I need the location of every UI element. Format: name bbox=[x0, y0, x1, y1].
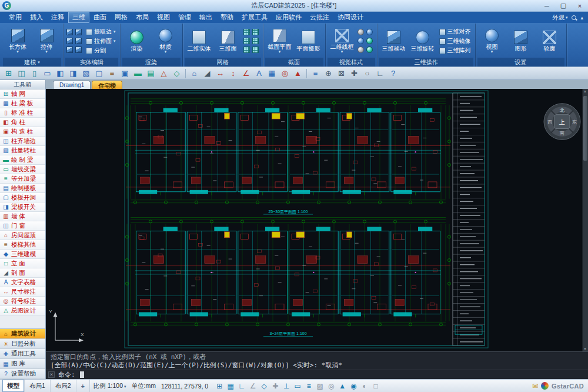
toolbox-item[interactable]: ▬绘 制 梁 bbox=[0, 155, 45, 165]
symbol-icon[interactable]: ◎ bbox=[279, 68, 291, 79]
ducs-icon[interactable]: ⊥ bbox=[281, 381, 292, 391]
zoom-window-icon[interactable]: ⊕ bbox=[322, 68, 335, 79]
opening-icon[interactable]: ▢ bbox=[93, 68, 105, 79]
toolbox-item[interactable]: ⌂房间屋顶 bbox=[0, 231, 45, 240]
menu-tab-5[interactable]: 曲面 bbox=[89, 12, 111, 23]
toolbox-item[interactable]: ≡等分加梁 bbox=[0, 174, 45, 184]
toolbox-item[interactable]: ▤绘制楼板 bbox=[0, 184, 45, 193]
mesh-icon[interactable] bbox=[243, 46, 250, 53]
ribbon-tool-large[interactable]: 二维实体 bbox=[186, 30, 213, 52]
toolbox-category[interactable]: ▦图 库 bbox=[0, 359, 45, 369]
notification-icon[interactable]: ✉ bbox=[532, 382, 538, 390]
slab-icon[interactable]: ▤ bbox=[145, 68, 157, 79]
ribbon-tool-small[interactable]: 三维镜像 bbox=[438, 37, 472, 46]
appearance-menu[interactable]: 外观 ▾ bbox=[552, 14, 568, 22]
ribbon-group-label[interactable]: 渲染 bbox=[122, 58, 181, 67]
ribbon-group-label[interactable]: 视觉样式 bbox=[328, 58, 375, 67]
ortho-icon[interactable]: ∟ bbox=[236, 381, 247, 391]
text-icon[interactable]: A bbox=[253, 68, 265, 79]
osnap-icon[interactable]: ◇ bbox=[259, 381, 269, 391]
minimize-button[interactable]: ─ bbox=[539, 0, 555, 11]
menu-tab-9[interactable]: 管理 bbox=[174, 12, 195, 23]
maximize-button[interactable]: ▢ bbox=[555, 0, 572, 11]
ribbon-tool-small[interactable]: 三维对齐 bbox=[438, 28, 472, 36]
vs-shaded-icon[interactable] bbox=[366, 29, 373, 35]
ribbon-group-label[interactable]: 设置 bbox=[477, 58, 564, 67]
bay-window-icon[interactable]: ▧ bbox=[80, 68, 92, 79]
toolbox-item[interactable]: ◧角 柱 bbox=[0, 118, 45, 127]
wall-icon[interactable]: ▭ bbox=[41, 68, 54, 79]
menu-tab-8[interactable]: 视图 bbox=[153, 12, 174, 23]
ribbon-tool-large[interactable]: 轮廓 bbox=[536, 30, 563, 52]
menu-tab-1[interactable]: 常用 bbox=[5, 12, 26, 23]
dim-vertical-icon[interactable]: ↕ bbox=[227, 68, 239, 79]
ribbon-tool-large[interactable]: 视图▾ bbox=[479, 28, 506, 54]
ribbon-tool-large[interactable]: 图形 bbox=[507, 30, 534, 52]
menu-tab-14[interactable]: 云批注 bbox=[306, 12, 333, 23]
ribbon-tool-large[interactable]: 平面摄影 bbox=[295, 30, 322, 52]
scale-control[interactable]: 比例 1:100▾ bbox=[92, 382, 128, 390]
dim-angular-icon[interactable]: ∠ bbox=[240, 68, 252, 79]
ribbon-group-label[interactable]: 截面 bbox=[265, 58, 323, 67]
view-compass[interactable]: 北南西东上 bbox=[544, 104, 580, 140]
toolbox-category[interactable]: ?设置帮助 bbox=[0, 369, 45, 379]
subtract-icon[interactable] bbox=[75, 29, 82, 35]
toolbox-category[interactable]: ☀日照分析 bbox=[0, 339, 45, 349]
vs-conceptual-icon[interactable] bbox=[366, 38, 373, 44]
stairs-icon[interactable]: ≡ bbox=[106, 68, 118, 79]
menu-tab-2[interactable]: 插入 bbox=[26, 12, 47, 23]
ruled-surface-icon[interactable] bbox=[243, 38, 250, 44]
isolate-icon[interactable]: ◐ bbox=[359, 381, 370, 391]
close-icon[interactable]: × bbox=[48, 371, 55, 378]
ribbon-tool-large[interactable]: 拉伸▾ bbox=[33, 28, 60, 54]
vs-realistic-icon[interactable] bbox=[358, 38, 364, 44]
ribbon-collapse-icon[interactable]: ▴ bbox=[580, 15, 583, 21]
toolbox-item[interactable]: ▯标 准 柱 bbox=[0, 108, 45, 118]
grid-icon[interactable]: ▦ bbox=[225, 381, 236, 391]
layer-icon[interactable]: ≡ bbox=[309, 68, 322, 79]
separate-icon[interactable] bbox=[75, 46, 82, 53]
workspace-icon[interactable]: ◉ bbox=[348, 381, 359, 391]
ribbon-tool-large[interactable]: 三维移动 bbox=[380, 30, 407, 52]
ribbon-tool-small[interactable]: 分割 bbox=[85, 46, 117, 55]
toolbox-item[interactable]: ⊞轴 网 bbox=[0, 89, 45, 99]
document-tab[interactable]: 住宅楼 bbox=[92, 81, 122, 89]
document-tab[interactable]: Drawing1 bbox=[53, 81, 91, 89]
toolbox-item[interactable]: △总图设计 bbox=[0, 306, 45, 315]
menu-tab-11[interactable]: 帮助 bbox=[216, 12, 238, 23]
section-icon[interactable]: ◢ bbox=[201, 68, 213, 79]
smooth-mesh-icon[interactable] bbox=[252, 46, 259, 53]
column-icon[interactable]: ▯ bbox=[28, 68, 41, 79]
dim-linear-icon[interactable]: ↔ bbox=[214, 68, 226, 79]
revolved-surface-icon[interactable] bbox=[243, 29, 250, 35]
vs-sketchy-icon[interactable] bbox=[358, 46, 364, 53]
toolbox-item[interactable]: ▥墙 体 bbox=[0, 212, 45, 221]
scrollbar-thumb[interactable] bbox=[583, 96, 587, 161]
transparency-icon[interactable]: ▨ bbox=[315, 381, 325, 391]
elevation-icon[interactable]: ⌂ bbox=[188, 68, 201, 79]
snap-icon[interactable]: ⊞ bbox=[214, 381, 225, 391]
ribbon-group-label[interactable]: 建模▾ bbox=[3, 58, 61, 67]
toolbox-item[interactable]: ◫门 窗 bbox=[0, 221, 45, 231]
imprint-icon[interactable] bbox=[75, 38, 82, 44]
toolbox-item[interactable]: ◎符号标注 bbox=[0, 297, 45, 306]
measure-icon[interactable]: ∟ bbox=[374, 68, 386, 79]
toolbox-category[interactable]: ⌂建筑设计 bbox=[0, 329, 45, 339]
menu-tab-15[interactable]: 协同设计 bbox=[333, 12, 368, 23]
menu-tab-10[interactable]: 输出 bbox=[195, 12, 216, 23]
ribbon-tool-small[interactable]: 三维阵列 bbox=[438, 46, 472, 55]
toolbox-item[interactable]: ◨梁板开关 bbox=[0, 202, 45, 212]
beam-icon[interactable]: ▬ bbox=[132, 68, 144, 79]
menu-tab-12[interactable]: 扩展工具 bbox=[238, 12, 272, 23]
orbit-icon[interactable]: ○ bbox=[361, 68, 373, 79]
ribbon-tool-large[interactable]: 材质▾ bbox=[152, 28, 179, 54]
menu-tab-3[interactable]: 注释 bbox=[47, 12, 68, 23]
ribbon-group-label[interactable]: 网格 bbox=[185, 58, 261, 67]
intersect-icon[interactable] bbox=[66, 38, 73, 44]
toolbox-item[interactable]: ▨批量转柱 bbox=[0, 146, 45, 155]
door-icon[interactable]: ◧ bbox=[54, 68, 66, 79]
help-icon[interactable]: ? bbox=[387, 68, 399, 79]
toolbox-item[interactable]: ▭墙线变梁 bbox=[0, 165, 45, 174]
selection-cycling-icon[interactable]: ◎ bbox=[326, 381, 336, 391]
layout-tab[interactable]: 模型 bbox=[2, 380, 25, 392]
